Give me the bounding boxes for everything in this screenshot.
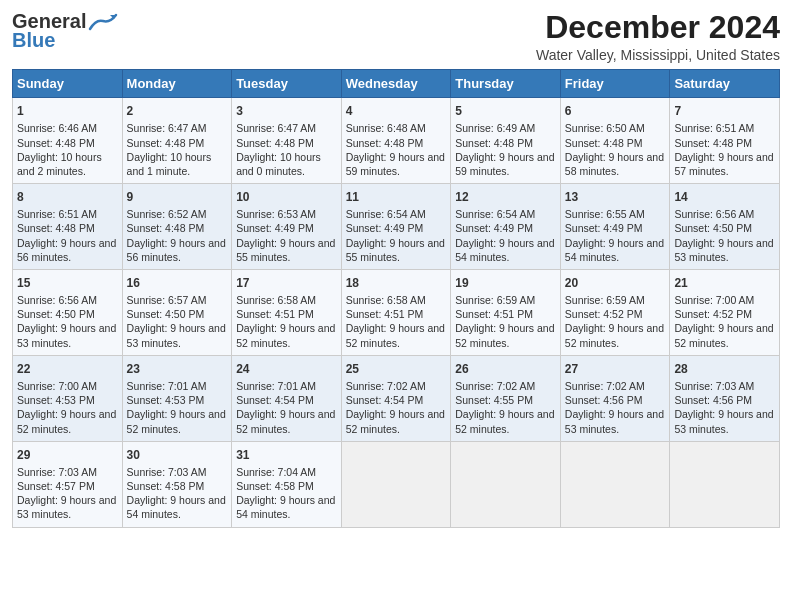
sunrise-text: Sunrise: 6:54 AM xyxy=(455,208,535,220)
day-number: 2 xyxy=(127,103,228,119)
daylight-text: Daylight: 9 hours and 59 minutes. xyxy=(346,151,445,177)
days-of-week-row: SundayMondayTuesdayWednesdayThursdayFrid… xyxy=(13,70,780,98)
calendar-cell: 31Sunrise: 7:04 AMSunset: 4:58 PMDayligh… xyxy=(232,441,342,527)
day-number: 8 xyxy=(17,189,118,205)
calendar-cell: 21Sunrise: 7:00 AMSunset: 4:52 PMDayligh… xyxy=(670,269,780,355)
sunset-text: Sunset: 4:51 PM xyxy=(236,308,314,320)
calendar-cell: 10Sunrise: 6:53 AMSunset: 4:49 PMDayligh… xyxy=(232,184,342,270)
calendar-cell: 29Sunrise: 7:03 AMSunset: 4:57 PMDayligh… xyxy=(13,441,123,527)
daylight-text: Daylight: 9 hours and 52 minutes. xyxy=(565,322,664,348)
sunset-text: Sunset: 4:49 PM xyxy=(455,222,533,234)
sunset-text: Sunset: 4:48 PM xyxy=(127,137,205,149)
calendar-cell xyxy=(341,441,451,527)
day-header-friday: Friday xyxy=(560,70,670,98)
day-number: 29 xyxy=(17,447,118,463)
day-number: 23 xyxy=(127,361,228,377)
day-number: 9 xyxy=(127,189,228,205)
day-number: 19 xyxy=(455,275,556,291)
sunset-text: Sunset: 4:48 PM xyxy=(17,137,95,149)
daylight-text: Daylight: 9 hours and 58 minutes. xyxy=(565,151,664,177)
sunrise-text: Sunrise: 6:46 AM xyxy=(17,122,97,134)
daylight-text: Daylight: 9 hours and 53 minutes. xyxy=(127,322,226,348)
sunrise-text: Sunrise: 6:51 AM xyxy=(674,122,754,134)
daylight-text: Daylight: 9 hours and 53 minutes. xyxy=(565,408,664,434)
calendar-cell: 27Sunrise: 7:02 AMSunset: 4:56 PMDayligh… xyxy=(560,355,670,441)
daylight-text: Daylight: 9 hours and 54 minutes. xyxy=(565,237,664,263)
day-number: 15 xyxy=(17,275,118,291)
sunrise-text: Sunrise: 6:57 AM xyxy=(127,294,207,306)
daylight-text: Daylight: 9 hours and 54 minutes. xyxy=(236,494,335,520)
calendar-cell: 25Sunrise: 7:02 AMSunset: 4:54 PMDayligh… xyxy=(341,355,451,441)
sunset-text: Sunset: 4:56 PM xyxy=(674,394,752,406)
day-number: 16 xyxy=(127,275,228,291)
daylight-text: Daylight: 9 hours and 52 minutes. xyxy=(455,322,554,348)
sunrise-text: Sunrise: 7:01 AM xyxy=(236,380,316,392)
sunset-text: Sunset: 4:48 PM xyxy=(565,137,643,149)
day-header-sunday: Sunday xyxy=(13,70,123,98)
sunrise-text: Sunrise: 6:53 AM xyxy=(236,208,316,220)
calendar-cell: 20Sunrise: 6:59 AMSunset: 4:52 PMDayligh… xyxy=(560,269,670,355)
calendar-cell: 17Sunrise: 6:58 AMSunset: 4:51 PMDayligh… xyxy=(232,269,342,355)
calendar-cell: 7Sunrise: 6:51 AMSunset: 4:48 PMDaylight… xyxy=(670,98,780,184)
logo: General Blue xyxy=(12,10,118,52)
day-number: 7 xyxy=(674,103,775,119)
daylight-text: Daylight: 9 hours and 57 minutes. xyxy=(674,151,773,177)
day-header-saturday: Saturday xyxy=(670,70,780,98)
sunset-text: Sunset: 4:54 PM xyxy=(346,394,424,406)
sunset-text: Sunset: 4:51 PM xyxy=(346,308,424,320)
sunrise-text: Sunrise: 6:49 AM xyxy=(455,122,535,134)
day-number: 10 xyxy=(236,189,337,205)
daylight-text: Daylight: 9 hours and 52 minutes. xyxy=(346,408,445,434)
page-container: General Blue December 2024 Water Valley,… xyxy=(0,0,792,536)
sunrise-text: Sunrise: 7:02 AM xyxy=(455,380,535,392)
sunset-text: Sunset: 4:53 PM xyxy=(127,394,205,406)
daylight-text: Daylight: 9 hours and 52 minutes. xyxy=(17,408,116,434)
sunset-text: Sunset: 4:48 PM xyxy=(236,137,314,149)
page-title: December 2024 xyxy=(536,10,780,45)
sunrise-text: Sunrise: 7:03 AM xyxy=(127,466,207,478)
calendar-table: SundayMondayTuesdayWednesdayThursdayFrid… xyxy=(12,69,780,527)
title-block: December 2024 Water Valley, Mississippi,… xyxy=(536,10,780,63)
sunset-text: Sunset: 4:50 PM xyxy=(127,308,205,320)
logo-blue: Blue xyxy=(12,29,55,52)
day-header-monday: Monday xyxy=(122,70,232,98)
day-number: 3 xyxy=(236,103,337,119)
day-number: 1 xyxy=(17,103,118,119)
calendar-cell xyxy=(451,441,561,527)
day-number: 24 xyxy=(236,361,337,377)
daylight-text: Daylight: 9 hours and 53 minutes. xyxy=(674,237,773,263)
sunrise-text: Sunrise: 7:01 AM xyxy=(127,380,207,392)
calendar-week-5: 29Sunrise: 7:03 AMSunset: 4:57 PMDayligh… xyxy=(13,441,780,527)
day-number: 21 xyxy=(674,275,775,291)
daylight-text: Daylight: 9 hours and 54 minutes. xyxy=(455,237,554,263)
sunset-text: Sunset: 4:52 PM xyxy=(565,308,643,320)
sunset-text: Sunset: 4:48 PM xyxy=(674,137,752,149)
day-number: 25 xyxy=(346,361,447,377)
sunset-text: Sunset: 4:49 PM xyxy=(346,222,424,234)
day-number: 11 xyxy=(346,189,447,205)
daylight-text: Daylight: 9 hours and 52 minutes. xyxy=(236,408,335,434)
day-number: 4 xyxy=(346,103,447,119)
sunrise-text: Sunrise: 6:58 AM xyxy=(236,294,316,306)
calendar-cell xyxy=(670,441,780,527)
daylight-text: Daylight: 9 hours and 52 minutes. xyxy=(674,322,773,348)
sunrise-text: Sunrise: 7:00 AM xyxy=(674,294,754,306)
day-header-wednesday: Wednesday xyxy=(341,70,451,98)
calendar-cell: 15Sunrise: 6:56 AMSunset: 4:50 PMDayligh… xyxy=(13,269,123,355)
calendar-cell: 1Sunrise: 6:46 AMSunset: 4:48 PMDaylight… xyxy=(13,98,123,184)
sunset-text: Sunset: 4:56 PM xyxy=(565,394,643,406)
sunrise-text: Sunrise: 6:50 AM xyxy=(565,122,645,134)
calendar-cell: 19Sunrise: 6:59 AMSunset: 4:51 PMDayligh… xyxy=(451,269,561,355)
sunset-text: Sunset: 4:48 PM xyxy=(455,137,533,149)
sunrise-text: Sunrise: 6:47 AM xyxy=(127,122,207,134)
calendar-cell: 5Sunrise: 6:49 AMSunset: 4:48 PMDaylight… xyxy=(451,98,561,184)
sunset-text: Sunset: 4:54 PM xyxy=(236,394,314,406)
sunrise-text: Sunrise: 6:59 AM xyxy=(565,294,645,306)
daylight-text: Daylight: 9 hours and 53 minutes. xyxy=(17,494,116,520)
calendar-week-1: 1Sunrise: 6:46 AMSunset: 4:48 PMDaylight… xyxy=(13,98,780,184)
sunrise-text: Sunrise: 6:55 AM xyxy=(565,208,645,220)
sunrise-text: Sunrise: 7:02 AM xyxy=(565,380,645,392)
calendar-week-2: 8Sunrise: 6:51 AMSunset: 4:48 PMDaylight… xyxy=(13,184,780,270)
sunrise-text: Sunrise: 6:52 AM xyxy=(127,208,207,220)
calendar-cell: 2Sunrise: 6:47 AMSunset: 4:48 PMDaylight… xyxy=(122,98,232,184)
